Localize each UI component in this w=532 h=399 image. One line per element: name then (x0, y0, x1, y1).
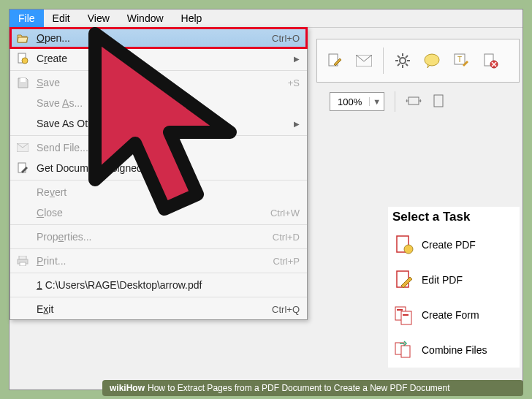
toolbar-fit-page-icon[interactable] (432, 93, 445, 111)
menuitem-print-label: Print... (37, 255, 273, 267)
menuitem-saveas: Save As... (10, 93, 307, 113)
menuitem-print: Print... Ctrl+P (10, 251, 307, 271)
create-form-icon (394, 305, 414, 325)
svg-line-17 (398, 64, 400, 66)
create-pdf-icon (394, 235, 414, 255)
menuitem-sendfile-label: Send File... (37, 142, 300, 153)
menu-help[interactable]: Help (172, 10, 211, 27)
zoom-control[interactable]: 100% ▼ (330, 92, 384, 111)
toolbar-settings-icon[interactable] (392, 50, 413, 71)
menubar: File Edit View Window Help (10, 10, 522, 28)
toolbar-text-edit-icon[interactable]: T (451, 50, 471, 71)
task-edit-pdf[interactable]: Edit PDF (388, 262, 520, 297)
toolbar-delete-page-icon[interactable] (480, 50, 501, 71)
svg-point-10 (400, 58, 406, 64)
svg-point-27 (404, 245, 413, 254)
folder-open-icon (16, 32, 29, 44)
sign-icon (16, 162, 29, 174)
main-toolbar: T (316, 39, 520, 83)
svg-line-18 (406, 56, 408, 58)
task-combine-files-label: Combine Files (422, 344, 487, 356)
task-panel-header: Select a Task (388, 207, 520, 227)
menuitem-getsigned[interactable]: Get Documents Signed... (10, 158, 307, 178)
task-panel: Select a Task Create PDF Edit PDF Create… (388, 207, 520, 368)
menuitem-exit-label: Exit (37, 303, 272, 315)
menu-file[interactable]: File (10, 10, 44, 27)
svg-rect-34 (401, 346, 410, 357)
credit-prefix: wikiHow (110, 383, 145, 393)
menuitem-getsigned-label: Get Documents Signed... (37, 162, 300, 174)
menu-window[interactable]: Window (118, 10, 172, 27)
menuitem-open-shortcut: Ctrl+O (272, 33, 300, 44)
svg-rect-31 (397, 309, 403, 311)
svg-rect-32 (403, 314, 408, 316)
menuitem-save: Save +S (10, 72, 307, 93)
menuitem-print-shortcut: Ctrl+P (273, 256, 300, 267)
menuitem-saveother-label: Save As Other... (37, 118, 294, 129)
svg-rect-24 (408, 97, 419, 104)
toolbar-comment-icon[interactable] (422, 50, 442, 71)
chevron-down-icon[interactable]: ▼ (369, 97, 384, 106)
svg-line-15 (398, 56, 400, 58)
menuitem-close-shortcut: Ctrl+W (270, 208, 300, 218)
svg-rect-30 (401, 311, 411, 324)
submenu-arrow-icon: ▶ (294, 120, 300, 128)
toolbar-fit-width-icon[interactable] (406, 94, 422, 110)
secondary-toolbar: 100% ▼ (316, 86, 520, 118)
task-edit-pdf-label: Edit PDF (422, 274, 463, 286)
submenu-arrow-icon: ▶ (294, 55, 300, 63)
menuitem-sendfile: Send File... (10, 137, 307, 158)
menuitem-save-label: Save (37, 77, 288, 88)
menuitem-revert: Revert (10, 182, 307, 202)
menuitem-recent-1-label: 1 C:\Users\RAGE\Desktop\arrow.pdf (37, 279, 300, 291)
menuitem-revert-label: Revert (37, 186, 300, 198)
menuitem-saveother[interactable]: Save As Other... ▶ (10, 113, 307, 134)
menuitem-saveas-label: Save As... (37, 97, 300, 109)
svg-point-19 (425, 54, 439, 66)
menu-view[interactable]: View (79, 10, 118, 27)
credit-text: How to Extract Pages from a PDF Document… (148, 383, 449, 393)
menuitem-open-label: Open... (37, 32, 272, 44)
svg-rect-25 (434, 95, 443, 107)
printer-icon (16, 255, 29, 267)
svg-point-1 (22, 58, 28, 64)
svg-line-16 (406, 64, 408, 66)
menuitem-properties-label: Properties... (37, 231, 273, 243)
menuitem-properties-shortcut: Ctrl+D (273, 232, 300, 243)
edit-pdf-icon (394, 270, 414, 290)
menuitem-close-label: Close (37, 207, 270, 218)
envelope-icon (16, 142, 29, 153)
toolbar-edit-doc-icon[interactable] (324, 50, 345, 71)
zoom-value: 100% (330, 96, 369, 107)
task-create-form-label: Create Form (422, 309, 479, 321)
create-pdf-icon (16, 53, 29, 64)
menuitem-create[interactable]: Create ▶ (10, 48, 307, 69)
task-combine-files[interactable]: Combine Files (388, 332, 520, 368)
menuitem-save-shortcut: +S (288, 77, 300, 88)
svg-rect-7 (20, 262, 26, 266)
menuitem-close: Close Ctrl+W (10, 202, 307, 223)
menuitem-recent-1[interactable]: 1 C:\Users\RAGE\Desktop\arrow.pdf (10, 275, 307, 295)
toolbar-mail-icon[interactable] (354, 50, 374, 71)
save-icon (16, 77, 29, 88)
svg-text:T: T (457, 56, 462, 64)
file-dropdown: Open... Ctrl+O Create ▶ Save +S Save As.… (10, 27, 308, 320)
credit-banner: wikiHow How to Extract Pages from a PDF … (102, 380, 523, 396)
menu-edit[interactable]: Edit (44, 10, 79, 27)
task-create-pdf-label: Create PDF (422, 239, 476, 251)
menuitem-exit[interactable]: Exit Ctrl+Q (10, 299, 307, 319)
svg-rect-2 (20, 78, 26, 82)
combine-files-icon (394, 340, 414, 360)
svg-rect-5 (19, 256, 26, 259)
menuitem-open[interactable]: Open... Ctrl+O (10, 28, 307, 48)
menuitem-exit-shortcut: Ctrl+Q (272, 304, 300, 315)
menuitem-properties: Properties... Ctrl+D (10, 227, 307, 247)
app-window: File Edit View Window Help Open... Ctrl+… (9, 9, 523, 390)
task-create-pdf[interactable]: Create PDF (388, 227, 520, 262)
menuitem-create-label: Create (37, 53, 294, 64)
task-create-form[interactable]: Create Form (388, 297, 520, 332)
